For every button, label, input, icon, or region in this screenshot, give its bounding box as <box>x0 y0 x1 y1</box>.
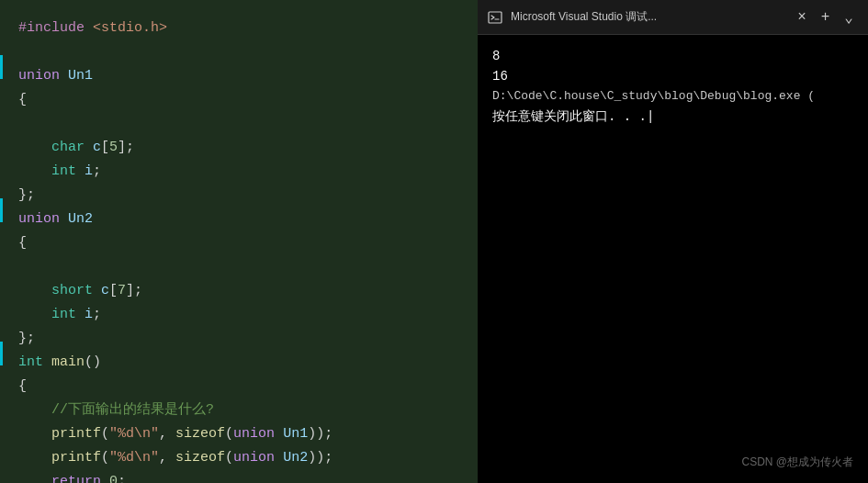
code-line <box>18 112 467 136</box>
code-line: int main() <box>18 351 467 375</box>
code-line: }; <box>18 327 467 351</box>
code-line: int i; <box>18 303 467 327</box>
code-line: }; <box>18 184 467 208</box>
output-line: 8 <box>492 46 853 66</box>
code-line: short c[7]; <box>18 279 467 303</box>
close-button[interactable]: × <box>792 7 812 28</box>
svg-rect-0 <box>489 12 502 23</box>
output-line: D:\Code\C.house\C_study\blog\Debug\blog.… <box>492 87 853 107</box>
code-line: int i; <box>18 160 467 184</box>
terminal-icon <box>487 9 503 26</box>
code-line <box>18 40 467 64</box>
code-content: #include <stdio.h> union Un1{ char c[5];… <box>0 9 478 483</box>
code-line: //下面输出的结果是什么? <box>18 399 467 422</box>
output-line: 按任意键关闭此窗口. . .| <box>492 107 853 127</box>
code-line: printf("%d\n", sizeof(union Un2)); <box>18 446 467 470</box>
watermark: CSDN @想成为传火者 <box>741 455 853 470</box>
code-line: { <box>18 88 467 112</box>
code-line: return 0; <box>18 470 467 483</box>
add-button[interactable]: + <box>816 7 836 28</box>
console-title: Microsoft Visual Studio 调试... <box>511 9 792 25</box>
code-line: char c[5]; <box>18 136 467 160</box>
syntax-border-indicator <box>0 342 3 365</box>
code-line: printf("%d\n", sizeof(union Un1)); <box>18 422 467 446</box>
titlebar-buttons: × + ⌄ <box>792 6 859 28</box>
console-titlebar: Microsoft Visual Studio 调试... × + ⌄ <box>478 0 868 35</box>
code-line <box>18 255 467 279</box>
syntax-border-indicator <box>0 198 3 222</box>
code-line: #include <stdio.h> <box>18 17 467 40</box>
code-line: union Un2 <box>18 208 467 231</box>
code-line: union Un1 <box>18 64 467 88</box>
dropdown-button[interactable]: ⌄ <box>839 6 859 28</box>
code-editor: #include <stdio.h> union Un1{ char c[5];… <box>0 0 478 483</box>
console-panel: Microsoft Visual Studio 调试... × + ⌄ 816D… <box>478 0 868 483</box>
console-output: 816D:\Code\C.house\C_study\blog\Debug\bl… <box>478 35 868 483</box>
syntax-border-indicator <box>0 55 3 79</box>
output-line: 16 <box>492 66 853 86</box>
code-line: { <box>18 231 467 255</box>
code-line: { <box>18 375 467 399</box>
